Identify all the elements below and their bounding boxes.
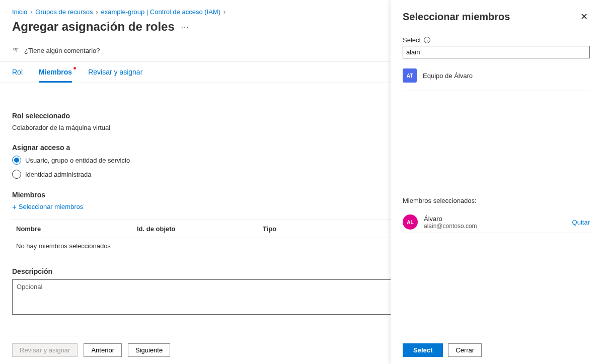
radio-managed-label: Identidad administrada xyxy=(25,171,92,178)
svg-point-0 xyxy=(16,51,17,52)
col-name: Nombre xyxy=(16,225,137,233)
breadcrumb-home[interactable]: Inicio xyxy=(12,8,27,16)
search-result-item[interactable]: AT Equipo de Álvaro xyxy=(403,64,590,87)
chevron-right-icon: › xyxy=(223,9,225,16)
feedback-text: ¿Tiene algún comentario? xyxy=(24,47,100,54)
selected-member-item: AL Álvaro alain@contoso.com Quitar xyxy=(403,211,590,233)
remove-link[interactable]: Quitar xyxy=(572,219,590,226)
select-members-text: Seleccionar miembros xyxy=(19,203,84,210)
radio-user-label: Usuario, grupo o entidad de servicio xyxy=(25,157,130,164)
select-label: Select xyxy=(403,36,421,44)
tab-members-label: Miembros xyxy=(39,68,72,76)
select-members-panel: Seleccionar miembros ✕ Select i AT Equip… xyxy=(391,0,602,364)
search-input[interactable] xyxy=(403,46,590,58)
next-button[interactable]: Siguiente xyxy=(128,343,170,357)
select-button[interactable]: Select xyxy=(403,343,443,357)
result-name: Equipo de Álvaro xyxy=(423,72,473,80)
radio-icon xyxy=(12,170,21,179)
selected-email: alain@contoso.com xyxy=(424,223,566,230)
panel-title: Seleccionar miembros xyxy=(403,11,510,23)
tab-review[interactable]: Revisar y asignar xyxy=(88,68,142,83)
review-assign-button: Revisar y asignar xyxy=(12,343,78,357)
divider xyxy=(403,91,590,91)
page-title: Agregar asignación de roles xyxy=(12,20,175,34)
required-dot-icon xyxy=(73,67,76,69)
info-icon[interactable]: i xyxy=(424,37,430,43)
col-id: Id. de objeto xyxy=(137,225,263,233)
chevron-right-icon: › xyxy=(96,9,98,16)
selected-members-label: Miembros seleccionados: xyxy=(403,197,590,204)
previous-button[interactable]: Anterior xyxy=(84,343,122,357)
tab-role[interactable]: Rol xyxy=(12,68,23,83)
radio-icon xyxy=(12,156,21,165)
feedback-icon xyxy=(12,46,20,55)
plus-icon: + xyxy=(12,203,17,210)
breadcrumb-iam[interactable]: example-group | Control de acceso (IAM) xyxy=(101,8,220,16)
breadcrumb-groups[interactable]: Grupos de recursos xyxy=(35,8,93,16)
tab-members[interactable]: Miembros xyxy=(39,68,72,83)
selected-name: Álvaro xyxy=(424,215,566,223)
user-avatar-icon: AL xyxy=(403,214,418,230)
team-avatar-icon: AT xyxy=(403,68,417,83)
more-icon[interactable]: ⋯ xyxy=(181,22,189,32)
close-button[interactable]: Cerrar xyxy=(448,343,482,357)
close-icon[interactable]: ✕ xyxy=(578,9,590,24)
chevron-right-icon: › xyxy=(30,9,32,16)
